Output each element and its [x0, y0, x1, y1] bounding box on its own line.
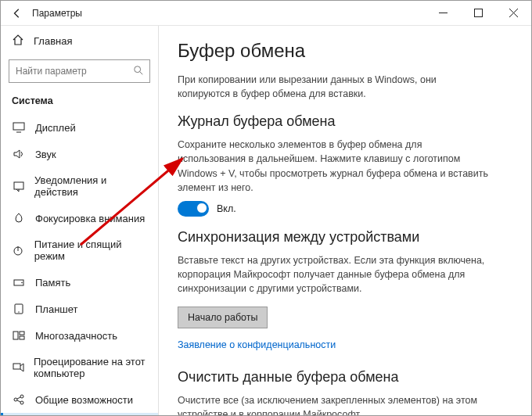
multitask-icon	[12, 329, 26, 342]
search-icon	[133, 65, 144, 78]
svg-rect-6	[13, 123, 24, 130]
nav-power[interactable]: Питание и спящий режим	[1, 231, 158, 269]
page-heading: Буфер обмена	[178, 40, 512, 62]
search-input[interactable]	[16, 66, 133, 77]
intro-text: При копировании или вырезании данных в W…	[178, 73, 491, 101]
svg-rect-18	[13, 364, 20, 369]
home-icon	[12, 34, 24, 48]
svg-point-4	[135, 66, 141, 72]
window-title: Параметры	[32, 8, 82, 19]
svg-rect-1	[475, 9, 483, 17]
svg-point-20	[20, 395, 23, 398]
svg-line-23	[17, 400, 20, 402]
section-clear-title: Очистить данные буфера обмена	[178, 369, 512, 386]
section-clear-desc: Очистите все (за исключением закрепленны…	[178, 393, 491, 415]
nav-focus[interactable]: Фокусировка внимания	[1, 205, 158, 231]
svg-line-22	[17, 397, 20, 399]
power-icon	[12, 244, 25, 256]
svg-point-14	[18, 311, 19, 312]
nav-multitask[interactable]: Многозадачность	[1, 322, 158, 349]
storage-icon	[12, 276, 26, 289]
privacy-link[interactable]: Заявление о конфиденциальности	[178, 339, 336, 350]
home-label: Главная	[34, 35, 72, 47]
svg-point-12	[21, 282, 23, 284]
sound-icon	[12, 148, 26, 160]
projecting-icon	[12, 361, 24, 374]
nav-tablet[interactable]: Планшет	[1, 296, 158, 322]
search-box[interactable]	[9, 59, 150, 83]
section-sync-desc: Вставьте текст на других устройствах. Ес…	[178, 253, 491, 296]
get-started-button[interactable]: Начало работы	[178, 307, 268, 328]
display-icon	[12, 121, 26, 134]
focus-icon	[12, 212, 26, 224]
svg-point-21	[20, 401, 23, 404]
svg-rect-15	[13, 332, 18, 339]
nav-shared[interactable]: Общие возможности	[1, 386, 158, 413]
svg-point-19	[14, 398, 17, 401]
svg-rect-17	[20, 336, 24, 339]
toggle-state-label: Вкл.	[217, 203, 236, 214]
close-button[interactable]	[496, 1, 531, 26]
nav-projecting[interactable]: Проецирование на этот компьютер	[1, 349, 158, 386]
nav-clipboard[interactable]: Буфер обмена	[1, 413, 158, 415]
back-button[interactable]	[9, 5, 26, 22]
svg-rect-16	[20, 332, 24, 335]
main-panel: Буфер обмена При копировании или вырезан…	[159, 26, 531, 415]
home-link[interactable]: Главная	[1, 26, 158, 55]
section-sync-title: Синхронизация между устройствами	[178, 229, 512, 246]
history-toggle[interactable]	[178, 201, 209, 217]
tablet-icon	[12, 303, 26, 315]
nav-list: Дисплей Звук Уведомления и действия Фоку…	[1, 114, 158, 415]
section-history-title: Журнал буфера обмена	[178, 113, 512, 130]
nav-storage[interactable]: Память	[1, 269, 158, 296]
nav-notifications[interactable]: Уведомления и действия	[1, 167, 158, 205]
section-history-desc: Сохраните несколько элементов в буфер об…	[178, 138, 491, 195]
shared-icon	[12, 393, 26, 406]
minimize-button[interactable]	[426, 1, 461, 26]
svg-line-5	[140, 71, 143, 74]
sidebar: Главная Система Дисплей Звук Уведомления…	[1, 26, 159, 415]
nav-display[interactable]: Дисплей	[1, 114, 158, 141]
nav-sound[interactable]: Звук	[1, 141, 158, 167]
maximize-button[interactable]	[461, 1, 496, 26]
svg-rect-8	[14, 182, 23, 189]
category-title: Система	[1, 91, 158, 114]
notifications-icon	[12, 180, 25, 192]
